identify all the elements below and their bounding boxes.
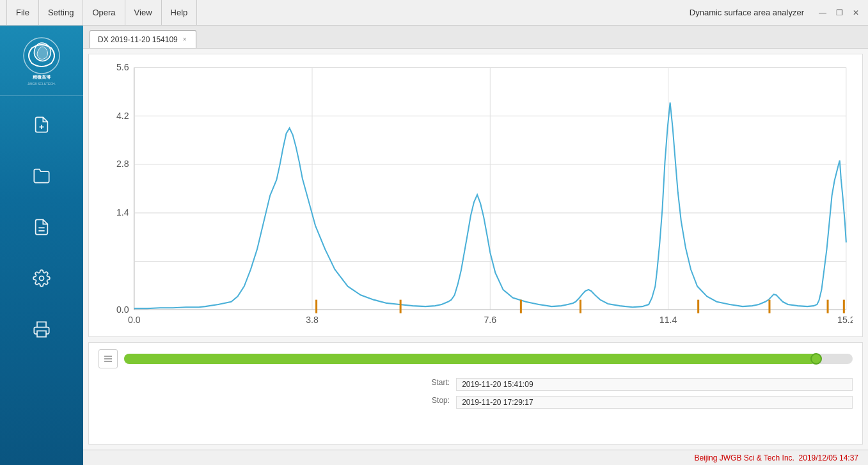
stop-label: Stop: (118, 396, 450, 409)
print-button[interactable] (26, 313, 58, 345)
svg-text:0.0: 0.0 (116, 304, 129, 314)
svg-text:1.4: 1.4 (116, 207, 129, 217)
sidebar-icons (26, 96, 58, 465)
progress-knob[interactable] (810, 353, 822, 365)
settings-button[interactable] (26, 262, 58, 294)
maximize-button[interactable]: ❐ (833, 7, 845, 19)
svg-rect-8 (37, 331, 46, 336)
chart-area: .grid-line { stroke: #e0e0e0; stroke-wid… (95, 61, 853, 330)
svg-rect-31 (315, 300, 317, 313)
chart-svg: .grid-line { stroke: #e0e0e0; stroke-wid… (95, 61, 853, 330)
open-file-button[interactable] (26, 160, 58, 192)
sidebar: 精微高博 JWGB SCI.&TECH. (0, 26, 83, 465)
menu-bar: File Setting Opera View Help (6, 0, 690, 26)
tab-label: DX 2019-11-20 154109 (98, 35, 178, 44)
progress-row (99, 349, 853, 368)
svg-point-7 (40, 276, 44, 281)
progress-bar-background[interactable] (124, 354, 853, 364)
main-layout: 精微高博 JWGB SCI.&TECH. (0, 26, 868, 465)
bottom-panel: Start: 2019-11-20 15:41:09 Stop: 2019-11… (88, 342, 863, 445)
info-grid: Start: 2019-11-20 15:41:09 Stop: 2019-11… (118, 378, 853, 409)
svg-rect-37 (827, 300, 829, 313)
menu-file[interactable]: File (6, 0, 39, 26)
svg-text:0.0: 0.0 (128, 315, 141, 325)
svg-rect-36 (768, 300, 770, 313)
svg-text:3.8: 3.8 (306, 315, 319, 325)
svg-text:5.6: 5.6 (116, 61, 129, 72)
minimize-button[interactable]: — (817, 7, 828, 19)
app-title: Dynamic surface area analyzer (690, 8, 804, 17)
svg-text:15.2: 15.2 (837, 315, 853, 325)
svg-rect-38 (843, 300, 845, 313)
menu-view[interactable]: View (125, 0, 162, 26)
start-value: 2019-11-20 15:41:09 (456, 378, 853, 391)
tab-bar: DX 2019-11-20 154109 × (83, 26, 868, 49)
svg-text:4.2: 4.2 (116, 110, 129, 120)
status-datetime: 2019/12/05 14:37 (799, 453, 858, 462)
new-file-button[interactable] (26, 109, 58, 141)
title-bar: File Setting Opera View Help Dynamic sur… (0, 0, 868, 26)
content-area: DX 2019-11-20 154109 × .grid-line { stro… (83, 26, 868, 465)
svg-rect-35 (697, 300, 699, 313)
menu-setting[interactable]: Setting (39, 0, 83, 26)
stop-value: 2019-11-20 17:29:17 (456, 396, 853, 409)
svg-text:JWGB SCI.&TECH.: JWGB SCI.&TECH. (28, 82, 56, 86)
window-controls: — ❐ ✕ (817, 7, 862, 19)
status-company: Beijing JWGB Sci & Tech Inc. (694, 453, 794, 462)
start-label: Start: (118, 378, 450, 391)
progress-bar-fill (124, 354, 816, 364)
chart-container: .grid-line { stroke: #e0e0e0; stroke-wid… (88, 54, 863, 337)
svg-text:2.8: 2.8 (116, 159, 129, 169)
svg-rect-34 (580, 300, 581, 313)
svg-text:7.6: 7.6 (484, 315, 496, 325)
list-icon (103, 354, 113, 364)
menu-help[interactable]: Help (162, 0, 198, 26)
menu-opera[interactable]: Opera (83, 0, 125, 26)
status-bar: Beijing JWGB Sci & Tech Inc. 2019/12/05 … (83, 450, 868, 465)
svg-text:11.4: 11.4 (659, 315, 677, 325)
svg-text:精微高博: 精微高博 (32, 74, 51, 80)
list-icon-button[interactable] (99, 349, 118, 368)
tab-dx[interactable]: DX 2019-11-20 154109 × (90, 30, 196, 48)
svg-rect-32 (400, 300, 402, 313)
document-button[interactable] (26, 211, 58, 243)
logo-area: 精微高博 JWGB SCI.&TECH. (0, 26, 83, 96)
tab-close-button[interactable]: × (182, 36, 188, 43)
svg-rect-33 (520, 300, 522, 313)
logo: 精微高博 JWGB SCI.&TECH. (16, 35, 67, 86)
close-button[interactable]: ✕ (850, 7, 862, 19)
